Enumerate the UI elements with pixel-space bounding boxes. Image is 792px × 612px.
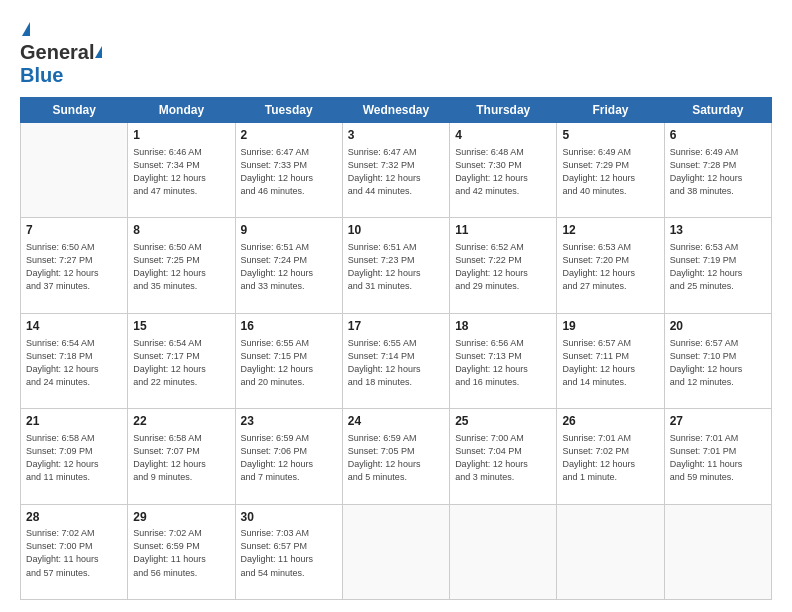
weekday-header-thursday: Thursday [450,98,557,123]
day-info: Sunrise: 7:01 AM Sunset: 7:02 PM Dayligh… [562,432,658,484]
day-number: 15 [133,318,229,335]
logo-triangle [95,46,102,58]
day-info: Sunrise: 6:58 AM Sunset: 7:07 PM Dayligh… [133,432,229,484]
day-number: 4 [455,127,551,144]
calendar-cell: 4Sunrise: 6:48 AM Sunset: 7:30 PM Daylig… [450,123,557,218]
calendar-cell: 18Sunrise: 6:56 AM Sunset: 7:13 PM Dayli… [450,313,557,408]
day-info: Sunrise: 6:59 AM Sunset: 7:05 PM Dayligh… [348,432,444,484]
day-number: 26 [562,413,658,430]
day-info: Sunrise: 6:53 AM Sunset: 7:19 PM Dayligh… [670,241,766,293]
calendar-week-2: 7Sunrise: 6:50 AM Sunset: 7:27 PM Daylig… [21,218,772,313]
calendar-cell: 12Sunrise: 6:53 AM Sunset: 7:20 PM Dayli… [557,218,664,313]
day-info: Sunrise: 6:54 AM Sunset: 7:18 PM Dayligh… [26,337,122,389]
calendar-cell: 14Sunrise: 6:54 AM Sunset: 7:18 PM Dayli… [21,313,128,408]
calendar-cell [664,504,771,599]
day-number: 17 [348,318,444,335]
day-number: 20 [670,318,766,335]
calendar-cell: 3Sunrise: 6:47 AM Sunset: 7:32 PM Daylig… [342,123,449,218]
day-number: 30 [241,509,337,526]
calendar-cell: 28Sunrise: 7:02 AM Sunset: 7:00 PM Dayli… [21,504,128,599]
day-number: 27 [670,413,766,430]
day-number: 25 [455,413,551,430]
day-info: Sunrise: 6:46 AM Sunset: 7:34 PM Dayligh… [133,146,229,198]
logo: General Blue [20,18,103,87]
day-number: 28 [26,509,122,526]
calendar-cell: 13Sunrise: 6:53 AM Sunset: 7:19 PM Dayli… [664,218,771,313]
day-number: 29 [133,509,229,526]
day-info: Sunrise: 7:00 AM Sunset: 7:04 PM Dayligh… [455,432,551,484]
weekday-header-row: SundayMondayTuesdayWednesdayThursdayFrid… [21,98,772,123]
day-number: 7 [26,222,122,239]
weekday-header-tuesday: Tuesday [235,98,342,123]
day-info: Sunrise: 6:52 AM Sunset: 7:22 PM Dayligh… [455,241,551,293]
calendar-week-1: 1Sunrise: 6:46 AM Sunset: 7:34 PM Daylig… [21,123,772,218]
calendar-cell: 6Sunrise: 6:49 AM Sunset: 7:28 PM Daylig… [664,123,771,218]
calendar-cell: 27Sunrise: 7:01 AM Sunset: 7:01 PM Dayli… [664,409,771,504]
page: General Blue SundayMondayTuesdayWednesda… [0,0,792,612]
calendar-cell: 9Sunrise: 6:51 AM Sunset: 7:24 PM Daylig… [235,218,342,313]
calendar-cell [342,504,449,599]
day-number: 16 [241,318,337,335]
day-info: Sunrise: 6:53 AM Sunset: 7:20 PM Dayligh… [562,241,658,293]
calendar-cell: 20Sunrise: 6:57 AM Sunset: 7:10 PM Dayli… [664,313,771,408]
calendar-cell: 15Sunrise: 6:54 AM Sunset: 7:17 PM Dayli… [128,313,235,408]
weekday-header-friday: Friday [557,98,664,123]
day-number: 12 [562,222,658,239]
calendar-cell: 2Sunrise: 6:47 AM Sunset: 7:33 PM Daylig… [235,123,342,218]
day-info: Sunrise: 6:59 AM Sunset: 7:06 PM Dayligh… [241,432,337,484]
weekday-header-monday: Monday [128,98,235,123]
day-info: Sunrise: 6:47 AM Sunset: 7:33 PM Dayligh… [241,146,337,198]
logo-general-label: General [20,41,94,63]
weekday-header-wednesday: Wednesday [342,98,449,123]
day-info: Sunrise: 6:51 AM Sunset: 7:24 PM Dayligh… [241,241,337,293]
day-number: 5 [562,127,658,144]
day-info: Sunrise: 6:50 AM Sunset: 7:25 PM Dayligh… [133,241,229,293]
calendar-cell: 29Sunrise: 7:02 AM Sunset: 6:59 PM Dayli… [128,504,235,599]
day-number: 13 [670,222,766,239]
day-number: 21 [26,413,122,430]
calendar-cell [21,123,128,218]
calendar-cell: 17Sunrise: 6:55 AM Sunset: 7:14 PM Dayli… [342,313,449,408]
day-info: Sunrise: 7:01 AM Sunset: 7:01 PM Dayligh… [670,432,766,484]
day-number: 23 [241,413,337,430]
calendar-week-4: 21Sunrise: 6:58 AM Sunset: 7:09 PM Dayli… [21,409,772,504]
day-info: Sunrise: 7:03 AM Sunset: 6:57 PM Dayligh… [241,527,337,579]
calendar-cell: 21Sunrise: 6:58 AM Sunset: 7:09 PM Dayli… [21,409,128,504]
calendar-cell: 19Sunrise: 6:57 AM Sunset: 7:11 PM Dayli… [557,313,664,408]
calendar-body: 1Sunrise: 6:46 AM Sunset: 7:34 PM Daylig… [21,123,772,600]
day-info: Sunrise: 6:57 AM Sunset: 7:11 PM Dayligh… [562,337,658,389]
day-number: 2 [241,127,337,144]
day-info: Sunrise: 6:50 AM Sunset: 7:27 PM Dayligh… [26,241,122,293]
day-number: 10 [348,222,444,239]
day-info: Sunrise: 6:55 AM Sunset: 7:15 PM Dayligh… [241,337,337,389]
calendar-cell: 25Sunrise: 7:00 AM Sunset: 7:04 PM Dayli… [450,409,557,504]
logo-icon [22,22,30,36]
header: General Blue [20,18,772,87]
day-number: 8 [133,222,229,239]
weekday-header-sunday: Sunday [21,98,128,123]
day-number: 9 [241,222,337,239]
day-number: 3 [348,127,444,144]
calendar-cell: 11Sunrise: 6:52 AM Sunset: 7:22 PM Dayli… [450,218,557,313]
calendar-cell: 24Sunrise: 6:59 AM Sunset: 7:05 PM Dayli… [342,409,449,504]
calendar-table: SundayMondayTuesdayWednesdayThursdayFrid… [20,97,772,600]
calendar-cell: 30Sunrise: 7:03 AM Sunset: 6:57 PM Dayli… [235,504,342,599]
calendar-cell: 26Sunrise: 7:01 AM Sunset: 7:02 PM Dayli… [557,409,664,504]
day-number: 24 [348,413,444,430]
day-number: 6 [670,127,766,144]
calendar-cell: 7Sunrise: 6:50 AM Sunset: 7:27 PM Daylig… [21,218,128,313]
day-number: 19 [562,318,658,335]
calendar-week-5: 28Sunrise: 7:02 AM Sunset: 7:00 PM Dayli… [21,504,772,599]
calendar-cell: 10Sunrise: 6:51 AM Sunset: 7:23 PM Dayli… [342,218,449,313]
weekday-header-saturday: Saturday [664,98,771,123]
day-info: Sunrise: 6:54 AM Sunset: 7:17 PM Dayligh… [133,337,229,389]
calendar-cell: 1Sunrise: 6:46 AM Sunset: 7:34 PM Daylig… [128,123,235,218]
day-number: 11 [455,222,551,239]
day-info: Sunrise: 6:49 AM Sunset: 7:29 PM Dayligh… [562,146,658,198]
day-info: Sunrise: 7:02 AM Sunset: 6:59 PM Dayligh… [133,527,229,579]
day-info: Sunrise: 6:55 AM Sunset: 7:14 PM Dayligh… [348,337,444,389]
calendar-week-3: 14Sunrise: 6:54 AM Sunset: 7:18 PM Dayli… [21,313,772,408]
logo-blue-label: Blue [20,64,63,86]
day-number: 14 [26,318,122,335]
day-info: Sunrise: 6:58 AM Sunset: 7:09 PM Dayligh… [26,432,122,484]
